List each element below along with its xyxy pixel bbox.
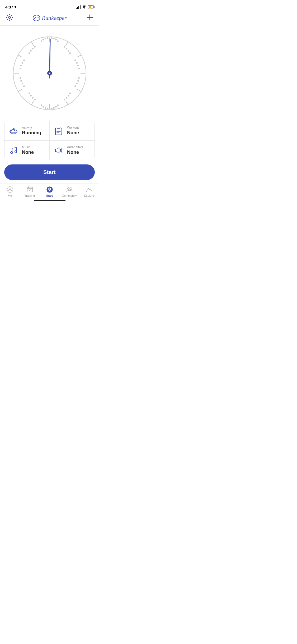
svg-point-40 [57,104,59,106]
wifi-icon [82,5,86,9]
svg-point-26 [68,50,69,52]
svg-point-51 [29,93,30,94]
svg-point-49 [32,97,34,99]
start-button[interactable]: Start [4,164,95,180]
music-text: Music None [22,145,34,155]
svg-point-57 [20,65,22,66]
svg-point-41 [55,106,57,108]
gear-icon [6,14,13,21]
status-time: 4:37 [5,5,17,9]
community-label: Community [62,194,77,197]
nav-item-explore[interactable]: Explore [81,186,97,197]
svg-point-72 [49,73,50,74]
svg-point-36 [69,93,71,94]
svg-point-83 [9,188,11,190]
svg-point-42 [53,107,55,109]
start-button-area: Start [0,160,99,183]
svg-point-54 [20,80,22,82]
nav-item-me[interactable]: Me [2,186,18,197]
home-bar [34,200,65,201]
audio-stats-option[interactable]: Audio Stats None [50,141,95,160]
training-label: Training [25,194,35,197]
svg-point-28 [74,59,76,61]
svg-point-32 [78,77,80,79]
svg-point-43 [51,108,53,109]
me-label: Me [8,194,12,197]
svg-point-56 [20,68,21,69]
svg-point-46 [43,106,44,108]
svg-point-47 [41,104,42,106]
options-row-2: Music None Audio Stats None [4,141,95,160]
svg-point-48 [34,99,36,100]
training-icon [26,186,33,193]
svg-rect-3 [80,5,81,9]
activity-option[interactable]: Activity Running [4,121,50,140]
svg-point-74 [13,128,15,129]
svg-point-61 [30,50,32,52]
svg-point-24 [64,46,65,48]
plus-icon [86,14,93,21]
svg-point-29 [76,62,78,64]
svg-point-90 [67,188,69,190]
svg-point-23 [57,40,59,42]
svg-point-44 [47,108,48,109]
svg-point-45 [45,107,46,109]
svg-point-37 [68,95,69,96]
community-icon [66,186,73,193]
svg-rect-2 [78,6,79,9]
clock-face [10,34,89,113]
workout-text: Workout None [67,126,79,136]
workout-icon [54,126,63,136]
svg-point-38 [66,97,67,99]
app-header: Runkeeper [0,12,99,26]
svg-point-62 [32,48,34,49]
status-bar: 4:37 [0,0,99,12]
me-icon [7,186,13,193]
signal-icon [76,5,81,9]
add-button[interactable] [86,14,93,22]
svg-point-22 [55,39,57,40]
svg-point-67 [47,37,48,39]
svg-point-64 [41,40,42,42]
audio-icon [54,146,63,155]
workout-option[interactable]: Workout None [50,121,95,140]
music-icon [9,146,18,155]
svg-point-63 [34,46,36,48]
logo-text: Runkeeper [42,15,67,21]
battery-icon [88,5,94,8]
app-logo: Runkeeper [33,15,67,21]
svg-point-21 [53,38,55,39]
svg-point-5 [8,16,11,19]
asics-logo-icon [33,15,40,21]
location-arrow-icon [14,5,17,8]
clock-area [0,26,99,121]
svg-rect-0 [76,8,77,9]
svg-point-52 [23,85,25,87]
audio-stats-text: Audio Stats None [67,145,83,155]
bottom-nav: Me Training Start [0,183,99,198]
svg-point-89 [49,188,50,190]
options-grid: Activity Running Workout None [4,121,95,160]
running-icon [9,126,18,136]
svg-point-34 [76,83,78,84]
nav-item-training[interactable]: Training [22,186,38,197]
start-nav-label: Start [46,194,53,197]
explore-icon [86,186,93,193]
status-icons [76,5,94,9]
svg-point-55 [20,77,21,79]
svg-rect-76 [57,127,60,128]
svg-point-59 [23,59,25,61]
svg-point-50 [30,95,32,96]
svg-point-65 [43,39,44,40]
svg-point-6 [33,15,40,21]
svg-point-53 [22,83,23,84]
home-indicator [0,198,99,203]
svg-point-33 [77,80,79,82]
nav-item-community[interactable]: Community [62,186,77,197]
settings-button[interactable] [6,14,13,22]
nav-item-start[interactable]: Start [42,186,58,197]
music-option[interactable]: Music None [4,141,50,160]
explore-label: Explore [84,194,94,197]
start-nav-icon [46,186,53,193]
svg-point-30 [77,65,79,66]
